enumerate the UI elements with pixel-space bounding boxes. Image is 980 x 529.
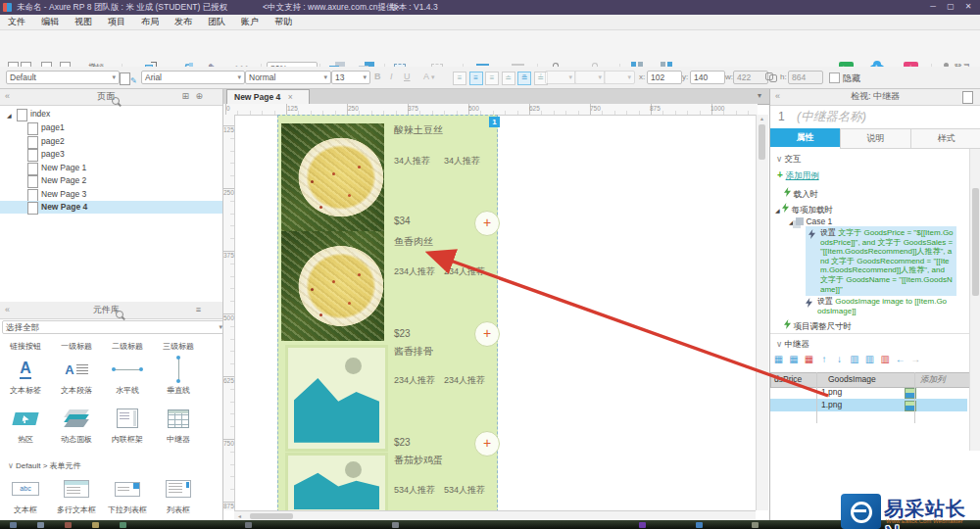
x-input[interactable]: 102	[647, 71, 682, 84]
scrollbar-thumb[interactable]	[972, 188, 979, 296]
font-size-select[interactable]: 13▾	[331, 71, 370, 84]
add-row-below-icon[interactable]: ▦	[789, 354, 800, 364]
move-row-up-icon[interactable]: ↑	[819, 354, 830, 364]
grid-row[interactable]: 1.png	[770, 386, 967, 400]
widget-h1[interactable]: 一级标题	[51, 340, 102, 352]
widget-droplist[interactable]: 下拉列表框	[102, 474, 153, 515]
widget-h3[interactable]: 三级标题	[153, 340, 204, 352]
widget-vertical-line[interactable]: 垂直线	[153, 355, 204, 396]
action-set-text-selected[interactable]: 设置 文字于 GoodsPrice = "$[[Item.GoodsPrice]…	[806, 226, 956, 296]
notes-page-icon[interactable]	[962, 91, 973, 104]
move-column-right-icon[interactable]: →	[910, 354, 921, 364]
event-onresize[interactable]: 项目调整尺寸时	[784, 319, 852, 333]
goods-price-text[interactable]: $34	[394, 216, 411, 226]
tree-item-new-page-3[interactable]: New Page 3	[0, 188, 222, 201]
tab-properties[interactable]: 属性	[770, 128, 840, 147]
style-select[interactable]: Default▾	[6, 71, 120, 84]
interactions-section-header[interactable]: ∨ 交互	[776, 154, 802, 166]
add-page-icon[interactable]: ⊞	[181, 88, 189, 105]
move-row-down-icon[interactable]: ↓	[834, 354, 845, 364]
tree-item-page2[interactable]: page2	[0, 135, 222, 148]
add-column-right-icon[interactable]: ▥	[864, 354, 875, 364]
goods-recommend-text[interactable]: 534人推荐	[444, 484, 485, 497]
search-widgets-icon[interactable]	[116, 311, 123, 318]
widget-inline-frame[interactable]: 内联框架	[102, 404, 153, 445]
taskbar-app-icons[interactable]	[10, 522, 17, 528]
widget-paragraph[interactable]: A 文本段落	[51, 355, 102, 396]
font-select[interactable]: Arial▾	[141, 71, 245, 84]
tab-notes[interactable]: 说明	[840, 128, 911, 149]
add-to-cart-button[interactable]: +	[474, 321, 500, 347]
close-tab-icon[interactable]: ×	[288, 92, 293, 102]
menu-project[interactable]: 项目	[100, 15, 133, 28]
collapse-panel-icon[interactable]: «	[5, 302, 10, 318]
widget-text-field[interactable]: abc 文本框	[0, 474, 51, 515]
y-input[interactable]: 140	[690, 71, 725, 84]
scrollbar-thumb[interactable]	[250, 513, 293, 519]
goods-price-text[interactable]: $23	[394, 437, 411, 448]
goods-image-placeholder-2[interactable]	[285, 453, 388, 516]
action-set-image[interactable]: 设置 GoodsImage image to [[Item.GoodsImage…	[806, 297, 951, 315]
goods-price-text[interactable]: $23	[394, 328, 411, 339]
add-to-cart-button[interactable]: +	[474, 211, 500, 236]
goods-sales-text[interactable]: 234人推荐	[394, 374, 435, 387]
collapse-panel-icon[interactable]: «	[5, 88, 10, 105]
tree-item-new-page-4-selected[interactable]: New Page 4	[0, 201, 222, 214]
underline-button[interactable]: U	[404, 72, 411, 81]
close-icon[interactable]: ✕	[960, 0, 976, 15]
widget-repeater[interactable]: 中继器	[153, 404, 204, 445]
move-column-left-icon[interactable]: ←	[895, 354, 906, 364]
goods-name-text[interactable]: 番茄炒鸡蛋	[394, 454, 443, 467]
link-wh-icon[interactable]	[765, 72, 776, 81]
widget-text-label[interactable]: A 文本标签	[0, 355, 51, 396]
add-folder-icon[interactable]: ⊕	[195, 88, 203, 105]
tab-list-chevron-icon[interactable]: ▾	[758, 91, 761, 100]
bold-button[interactable]: B	[374, 72, 381, 81]
delete-column-icon[interactable]: ▥	[880, 354, 891, 364]
add-column-left-icon[interactable]: ▥	[850, 354, 860, 364]
widget-filter-select[interactable]: 选择全部▾	[2, 320, 226, 334]
goods-sales-text[interactable]: 534人推荐	[394, 484, 435, 497]
goods-name-text[interactable]: 酸辣土豆丝	[394, 123, 443, 137]
repeater-section-header[interactable]: ∨ 中继器	[776, 339, 809, 351]
maximize-icon[interactable]: ▢	[943, 0, 958, 15]
widget-section-header[interactable]: ∨ Default > 表单元件	[8, 460, 81, 471]
grid-cell-image-name[interactable]: 1.png	[821, 386, 842, 399]
widget-text-area[interactable]: 多行文本框	[51, 474, 102, 515]
scrollbar-thumb[interactable]	[759, 124, 765, 160]
widget-horizontal-line[interactable]: 水平线	[102, 355, 153, 396]
widget-h2[interactable]: 二级标题	[102, 340, 153, 352]
tree-item-new-page-1[interactable]: New Page 1	[0, 162, 222, 174]
grid-cell-image-name[interactable]: 1.png	[821, 399, 842, 411]
goods-image-potato-1[interactable]	[281, 123, 384, 231]
goods-image-placeholder-1[interactable]	[285, 345, 388, 452]
tree-item-page3[interactable]: page3	[0, 148, 222, 161]
hamburger-menu-icon[interactable]: ≡	[196, 302, 201, 318]
line-style-select[interactable]: ▾	[604, 71, 635, 84]
align-top-icon[interactable]: ≐	[502, 72, 515, 85]
tree-item-index[interactable]: ◢ index	[0, 108, 222, 120]
w-input[interactable]: 422	[733, 71, 768, 84]
collapse-panel-icon[interactable]: «	[775, 88, 780, 105]
widget-name-input[interactable]: (中继器名称)	[797, 109, 866, 125]
menu-account[interactable]: 账户	[233, 15, 267, 28]
align-middle-icon[interactable]: ≞	[517, 72, 531, 85]
search-pages-icon[interactable]	[112, 97, 120, 105]
event-onload[interactable]: 载入时	[784, 187, 818, 201]
vertical-scrollbar[interactable]: ▲	[756, 115, 768, 510]
case-1-node[interactable]: ◢ Case 1	[789, 216, 832, 226]
menu-help[interactable]: 帮助	[267, 15, 300, 28]
menu-view[interactable]: 视图	[67, 15, 100, 28]
add-case-link[interactable]: + 添加用例	[777, 169, 819, 182]
goods-recommend-text[interactable]: 234人推荐	[444, 374, 485, 387]
goods-recommend-text[interactable]: 234人推荐	[444, 265, 485, 278]
add-row-above-icon[interactable]: ▦	[773, 354, 784, 364]
tab-new-page-4[interactable]: New Page 4 ×	[226, 89, 310, 105]
fill-color-select[interactable]: ▾	[545, 71, 576, 84]
h-input[interactable]: 864	[788, 71, 823, 84]
widget-hotspot[interactable]: 热区	[0, 404, 51, 445]
font-weight-select[interactable]: Normal▾	[245, 71, 331, 84]
widget-listbox[interactable]: 列表框	[153, 474, 204, 515]
tree-item-page1[interactable]: page1	[0, 121, 222, 134]
line-color-select[interactable]: ▾	[574, 71, 606, 84]
